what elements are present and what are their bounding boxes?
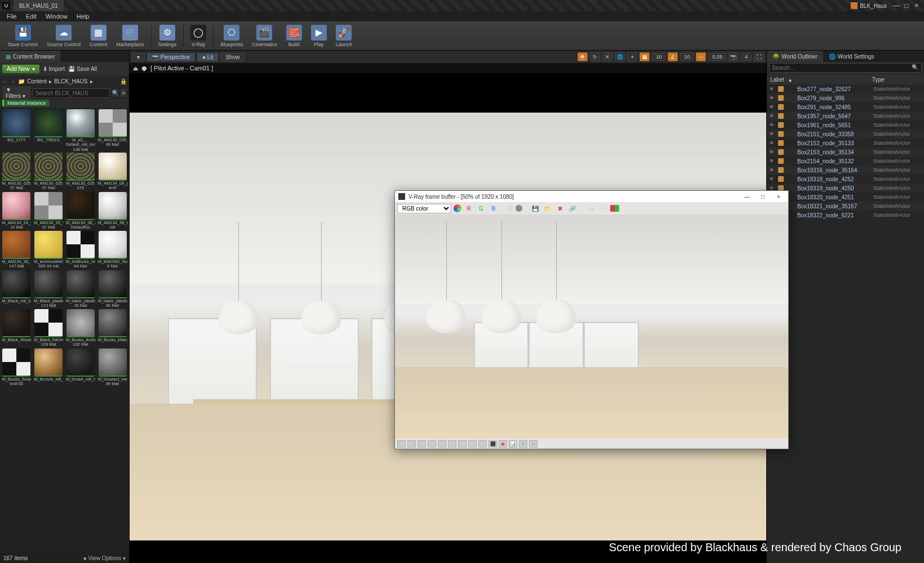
col-label[interactable]: Label ▴: [770, 77, 872, 83]
scale-snap-icon[interactable]: ↔: [696, 52, 706, 61]
filters-button[interactable]: ▼ Filters ▾: [2, 86, 30, 100]
visibility-icon[interactable]: 👁: [769, 176, 776, 182]
surface-snap-icon[interactable]: ⌖: [627, 52, 637, 61]
visibility-icon[interactable]: 👁: [769, 113, 776, 119]
material-thumbnail[interactable]: M_Books_Main_Shelf_Test_mtl_brdf: [97, 309, 128, 347]
vfb-sb-13[interactable]: ≡: [519, 440, 527, 448]
outliner-row[interactable]: 👁Box18320_node_4251StaticMeshActor: [767, 193, 924, 202]
vfb-sb-1[interactable]: ▦: [397, 440, 406, 448]
visibility-icon[interactable]: 👁: [769, 167, 776, 173]
vfb-blue-channel[interactable]: B: [488, 204, 499, 213]
visibility-icon[interactable]: 👁: [769, 140, 776, 146]
material-thumbnail[interactable]: BG_TREES: [33, 109, 64, 151]
lock-icon[interactable]: 🔒: [120, 78, 127, 84]
maximize-button[interactable]: □: [901, 2, 912, 10]
vfb-rgb-icon[interactable]: [454, 204, 461, 212]
material-thumbnail[interactable]: M_archmodels52 005 04 mtl: [33, 231, 64, 269]
material-thumbnail[interactable]: M_black_plastic_mtl_brdf 90 Mat: [97, 270, 128, 309]
material-thumbnail[interactable]: M_AM134_38_20_... Defaultfos: [65, 192, 96, 230]
visibility-icon[interactable]: 👁: [769, 104, 776, 110]
outliner-row[interactable]: 👁Box18322_node_6221StaticMeshActor: [767, 211, 924, 220]
angle-snap-value[interactable]: 10: [680, 53, 694, 61]
camera-speed-icon[interactable]: 📷: [728, 52, 739, 61]
minimize-button[interactable]: —: [891, 2, 901, 10]
menu-help[interactable]: Help: [73, 13, 93, 20]
menu-file[interactable]: File: [3, 13, 20, 20]
material-thumbnail[interactable]: M_AM134_38_sticker_mtl_brdf 147 Mat: [1, 231, 32, 269]
angle-snap-icon[interactable]: ∠: [668, 52, 678, 61]
vfb-sb-10[interactable]: ⬛: [488, 440, 497, 448]
cinematics-button[interactable]: 🎬Cinematics: [247, 24, 282, 48]
stop-pilot-icon[interactable]: ⯃: [141, 65, 147, 72]
outliner-row[interactable]: 👁Box277_node_32627StaticMeshActor: [767, 84, 924, 93]
col-type[interactable]: Type: [872, 77, 921, 83]
filter-tag[interactable]: Material Instance: [2, 100, 50, 106]
outliner-row[interactable]: 👁Box1957_node_5647StaticMeshActor: [767, 111, 924, 120]
vfb-sb-8[interactable]: H: [468, 440, 477, 448]
nav-back-icon[interactable]: ←: [2, 78, 8, 84]
crumb-content[interactable]: Content: [27, 78, 47, 84]
visibility-icon[interactable]: 👁: [769, 131, 776, 137]
vfb-mono-switch-2[interactable]: [516, 205, 522, 212]
vfb-render-view[interactable]: [395, 215, 788, 439]
material-thumbnail[interactable]: M_AM130_035_003_mtl_brdf 57 Mat: [1, 153, 32, 191]
material-thumbnail[interactable]: M_Black_mtl_brdf_49_Mat: [1, 270, 32, 309]
outliner-row[interactable]: 👁Box291_node_32485StaticMeshActor: [767, 102, 924, 111]
tab-world-outliner[interactable]: 🌳 World Outliner: [767, 51, 823, 62]
outliner-row[interactable]: 👁Box279_node_996StaticMeshActor: [767, 93, 924, 102]
menu-edit[interactable]: Edit: [23, 13, 40, 20]
blueprints-button[interactable]: ⎔Blueprints: [216, 24, 247, 48]
search-icon[interactable]: 🔍: [912, 64, 918, 70]
outliner-row[interactable]: 👁Box18318_node_4252StaticMeshActor: [767, 175, 924, 184]
vfb-maximize-button[interactable]: □: [757, 194, 769, 200]
outliner-row[interactable]: 👁Box1961_node_5651StaticMeshActor: [767, 120, 924, 129]
close-button[interactable]: ×: [912, 2, 922, 10]
visibility-icon[interactable]: 👁: [769, 95, 776, 101]
transform-rotate-icon[interactable]: ↻: [590, 52, 600, 61]
outliner-search-input[interactable]: [769, 63, 922, 73]
document-tab[interactable]: BLK_HAUS_01: [14, 0, 64, 11]
vfb-region-icon[interactable]: ▭: [585, 204, 596, 213]
outliner-row[interactable]: 👁Box18321_node_35167StaticMeshActor: [767, 202, 924, 211]
vfb-close-button[interactable]: ×: [772, 194, 785, 200]
viewport-maximize-icon[interactable]: ⛶: [754, 52, 764, 61]
vray-frame-buffer-window[interactable]: V-Ray frame buffer - [50% of 1920 x 1080…: [394, 190, 789, 449]
nav-fwd-icon[interactable]: →: [10, 78, 16, 84]
material-thumbnail[interactable]: M_brushed_metal_mtl_brdf 89 Mat: [97, 348, 128, 387]
save-all-button[interactable]: 💾 Save All: [68, 66, 97, 72]
material-thumbnail[interactable]: M_a3_... Default_mtl_brdf 138 Mat: [65, 109, 96, 151]
save-current-button[interactable]: 💾Save Current: [3, 24, 42, 48]
grid-snap-icon[interactable]: ▦: [639, 52, 650, 61]
visibility-icon[interactable]: 👁: [769, 149, 776, 155]
outliner-row[interactable]: 👁Box2154_node_35132StaticMeshActor: [767, 157, 924, 166]
vfb-clear-icon[interactable]: ✖: [555, 204, 565, 213]
folder-icon[interactable]: 📁: [18, 78, 25, 84]
vfb-sb-4[interactable]: ⊞: [428, 440, 436, 448]
menu-window[interactable]: Window: [42, 13, 71, 20]
content-browser-tab[interactable]: Content Browser: [0, 51, 60, 62]
material-thumbnail[interactable]: BG_CITY: [1, 109, 32, 151]
content-search-input[interactable]: [33, 88, 110, 98]
material-thumbnail[interactable]: M_AM134_35_water_mtl_brdf 57 Mat: [33, 192, 64, 230]
transform-scale-icon[interactable]: ⤧: [602, 52, 612, 61]
visibility-icon[interactable]: 👁: [769, 158, 776, 164]
view-options-button[interactable]: ● View Options ▾: [83, 555, 126, 561]
vfb-sb-6[interactable]: ⌂: [448, 440, 456, 448]
outliner-row[interactable]: 👁Box2153_node_35134StaticMeshActor: [767, 148, 924, 157]
outliner-row[interactable]: 👁Box2151_node_33358StaticMeshActor: [767, 129, 924, 138]
vfb-red-channel[interactable]: R: [464, 204, 474, 213]
vfb-sb-3[interactable]: ◐: [417, 440, 426, 448]
grid-snap-value[interactable]: 10: [652, 53, 665, 61]
material-thumbnail[interactable]: M_Books_Archmodels_mtl_brdf 102 Mat: [65, 309, 96, 347]
show-button[interactable]: Show: [220, 53, 245, 61]
lit-button[interactable]: ● Lit: [197, 53, 218, 61]
search-icon[interactable]: 🔍: [112, 89, 118, 97]
vfb-sb-5[interactable]: ⊟: [438, 440, 446, 448]
vfb-track-icon[interactable]: ⌖: [598, 204, 608, 213]
material-thumbnail[interactable]: M_ArtBooks_mtl_mtl_brdf 64 Mat: [65, 231, 96, 269]
outliner-row[interactable]: 👁Box2152_node_35133StaticMeshActor: [767, 138, 924, 148]
visibility-icon[interactable]: 👁: [769, 122, 776, 128]
material-thumbnail[interactable]: M_AM130_035_005_mtl_brdf 57 Mat: [33, 153, 64, 191]
camera-speed-value[interactable]: 4: [741, 53, 752, 61]
eject-pilot-icon[interactable]: ⏏: [133, 65, 138, 72]
